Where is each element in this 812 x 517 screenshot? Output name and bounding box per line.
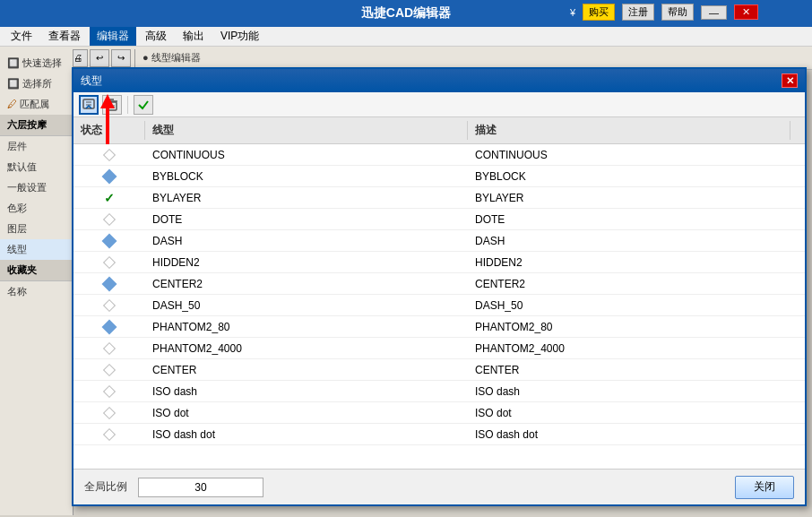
col-status: 状态 [73, 121, 145, 140]
table-row[interactable]: ✓BYLAYERBYLAYER [73, 187, 805, 209]
empty-status-icon [103, 341, 116, 354]
cell-status [73, 149, 145, 161]
scale-input[interactable] [138, 478, 263, 497]
table-body[interactable]: CONTINUOUSCONTINUOUSBYBLOCKBYBLOCK✓BYLAY… [73, 144, 805, 469]
check-icon: ✓ [104, 191, 115, 205]
table-row[interactable]: ISO dotISO dot [73, 402, 805, 424]
register-button[interactable]: 注册 [622, 4, 654, 21]
confirm-button[interactable] [134, 95, 153, 115]
cell-description: ISO dash [468, 383, 790, 400]
col-linetype: 线型 [145, 121, 468, 140]
cell-linetype: CENTER [145, 362, 468, 378]
diamond-icon [102, 276, 117, 291]
diamond-icon [102, 168, 117, 184]
cell-linetype: ISO dash [145, 383, 468, 400]
empty-status-icon [103, 148, 116, 160]
cell-linetype: DASH_50 [145, 297, 468, 314]
scale-label: 全局比例 [84, 479, 127, 495]
diamond-icon [102, 233, 117, 248]
menu-vip[interactable]: VIP功能 [213, 27, 266, 46]
load-linetype-button[interactable] [79, 95, 99, 115]
cell-description: BYBLOCK [468, 168, 790, 185]
menu-viewer[interactable]: 查看器 [41, 27, 88, 46]
cell-status [73, 213, 145, 226]
menu-file[interactable]: 文件 [4, 27, 39, 46]
table-row[interactable]: ISO dash dotISO dash dot [73, 424, 805, 445]
close-dialog-button[interactable]: 关闭 [735, 476, 794, 499]
delete-linetype-button[interactable] [102, 95, 122, 115]
svg-rect-0 [83, 99, 94, 108]
cell-status: ✓ [73, 189, 145, 207]
cell-linetype: CONTINUOUS [145, 147, 468, 163]
empty-status-icon [103, 212, 116, 225]
left-item-linetype[interactable]: 线型 [0, 239, 73, 260]
table-row[interactable]: PHANTOM2_4000PHANTOM2_4000 [73, 338, 805, 359]
app-top-right-buttons: ¥ 购买 注册 帮助 — ✕ [570, 4, 758, 21]
menu-advanced[interactable]: 高级 [138, 27, 174, 46]
cell-status [73, 277, 145, 291]
table-row[interactable]: CONTINUOUSCONTINUOUS [73, 144, 805, 166]
cell-description: DOTE [468, 211, 790, 228]
table-row[interactable]: CENTER2CENTER2 [73, 273, 805, 295]
left-item-match-attr[interactable]: 🖊 匹配属 [0, 94, 73, 115]
empty-status-icon [103, 298, 116, 311]
table-row[interactable]: DOTEDOTE [73, 209, 805, 230]
empty-status-icon [103, 406, 116, 418]
table-row[interactable]: ISO dashISO dash [73, 381, 805, 402]
left-item-color[interactable]: 色彩 [0, 198, 73, 219]
minimize-button[interactable]: — [701, 5, 727, 20]
cell-description: DASH_50 [468, 297, 790, 314]
left-item-defaults[interactable]: 默认值 [0, 157, 73, 177]
cell-linetype: CENTER2 [145, 276, 468, 292]
empty-status-icon [103, 363, 116, 375]
menu-output[interactable]: 输出 [176, 27, 212, 46]
menu-bar: 文件 查看器 编辑器 高级 输出 VIP功能 [0, 27, 812, 47]
empty-status-icon [103, 384, 116, 397]
menu-editor[interactable]: 编辑器 [90, 27, 136, 46]
left-item-name[interactable]: 名称 [0, 281, 73, 302]
cell-linetype: DASH [145, 233, 468, 249]
left-item-general[interactable]: 一般设置 [0, 177, 73, 198]
table-row[interactable]: DASH_50DASH_50 [73, 295, 805, 316]
cell-description: BYLAYER [468, 190, 790, 206]
help-button[interactable]: 帮助 [661, 4, 694, 21]
diamond-icon [102, 319, 117, 334]
toolbar-undo[interactable]: ↩ [90, 49, 109, 67]
cell-status [73, 407, 145, 419]
left-item-select-all[interactable]: 🔲 选择所 [0, 73, 73, 94]
left-panel: 🔲 快速选择 🔲 选择所 🖊 匹配属 六层按摩 层件 默认值 一般设置 色彩 图… [0, 49, 73, 515]
left-item-layers[interactable]: 层件 [0, 136, 73, 157]
dialog-titlebar: 线型 ✕ [73, 69, 805, 92]
left-item-layer[interactable]: 图层 [0, 219, 73, 239]
cell-description: CENTER [468, 362, 790, 378]
cell-linetype: BYBLOCK [145, 168, 468, 185]
svg-rect-3 [108, 102, 117, 110]
app-title: 迅捷CAD编辑器 [361, 5, 451, 22]
dialog-close-button[interactable]: ✕ [782, 73, 798, 88]
cell-status [73, 234, 145, 248]
linetype-dialog: 线型 ✕ [72, 67, 807, 506]
cell-description: ISO dash dot [468, 427, 790, 443]
cell-description: PHANTOM2_4000 [468, 340, 790, 357]
table-row[interactable]: BYBLOCKBYBLOCK [73, 166, 805, 187]
left-item-quick-select[interactable]: 🔲 快速选择 [0, 53, 73, 73]
app-close-button[interactable]: ✕ [734, 4, 758, 20]
buy-button[interactable]: 购买 [583, 4, 615, 21]
cell-linetype: DOTE [145, 211, 468, 228]
col-description: 描述 [468, 121, 790, 140]
table-row[interactable]: PHANTOM2_80PHANTOM2_80 [73, 316, 805, 338]
left-section-layers: 六层按摩 [0, 115, 73, 136]
cell-description: PHANTOM2_80 [468, 319, 790, 335]
table-row[interactable]: HIDDEN2HIDDEN2 [73, 252, 805, 273]
toolbar-redo[interactable]: ↪ [111, 49, 131, 67]
dialog-title: 线型 [81, 73, 102, 89]
cell-linetype: PHANTOM2_80 [145, 319, 468, 335]
table-row[interactable]: DASHDASH [73, 230, 805, 252]
toolbar-divider [127, 96, 128, 114]
table-row[interactable]: CENTERCENTER [73, 359, 805, 381]
cell-linetype: BYLAYER [145, 190, 468, 206]
app-titlebar: 迅捷CAD编辑器 ¥ 购买 注册 帮助 — ✕ [0, 0, 812, 27]
cell-status [73, 169, 145, 184]
cell-linetype: PHANTOM2_4000 [145, 340, 468, 357]
cell-linetype: ISO dot [145, 405, 468, 421]
